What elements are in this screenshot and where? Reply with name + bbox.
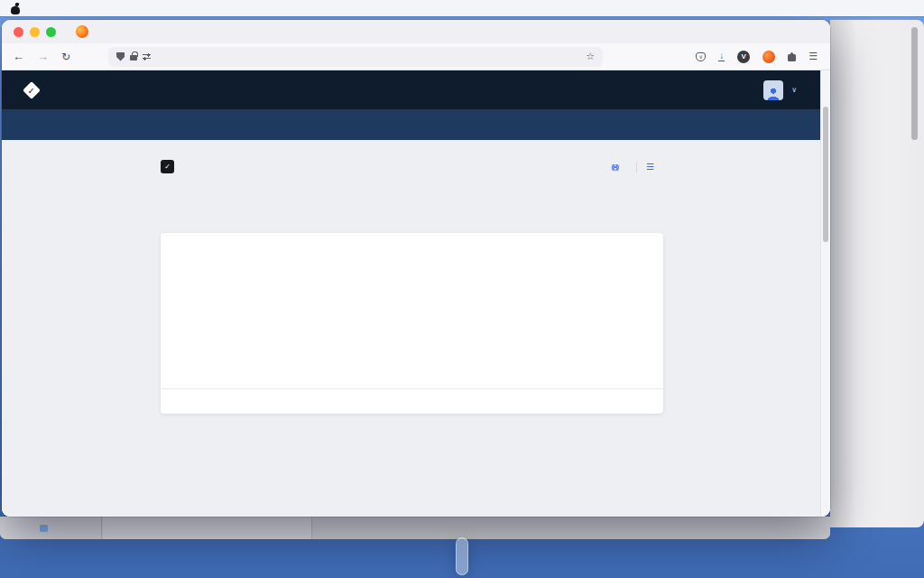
poll-meta-bar (161, 388, 663, 414)
site-subnav (2, 109, 820, 140)
site-permissions-icon[interactable] (143, 53, 151, 61)
back-button[interactable]: ← (13, 50, 24, 63)
reload-button[interactable]: ↻ (61, 51, 70, 63)
civey-page: ∨ ✓ ((•)) ☰ (2, 70, 820, 517)
civey-logo-icon (23, 81, 41, 99)
civey-attribution-icon: ✓ (161, 160, 174, 173)
account-chevron-down-icon[interactable]: ∨ (791, 86, 797, 94)
page-scrollbar-thumb[interactable] (823, 107, 828, 242)
insights-icon: ☰ (646, 162, 654, 172)
browser-viewport: ∨ ✓ ((•)) ☰ (2, 70, 830, 517)
extension-orange-icon[interactable] (762, 51, 775, 63)
mail-list-row[interactable] (103, 517, 312, 539)
poll-view-actions: ((•)) ☰ (611, 162, 663, 172)
url-bar[interactable]: ☆ (108, 47, 603, 67)
site-header: ∨ (2, 70, 820, 109)
background-window-scrollbar[interactable] (911, 27, 918, 140)
tab-bar (2, 20, 830, 43)
window-controls (14, 27, 56, 37)
mail-folder-icon (40, 525, 48, 532)
page-scrollbar[interactable] (820, 70, 830, 517)
extension-v-icon[interactable] (737, 51, 750, 63)
minimize-window-button[interactable] (30, 27, 40, 37)
tracking-protection-shield-icon[interactable] (116, 52, 125, 61)
bookmark-star-icon[interactable]: ☆ (586, 51, 595, 62)
background-mail-window (0, 517, 830, 539)
extensions-puzzle-icon[interactable] (788, 54, 796, 61)
firefox-window: ← → ↻ ☆ ∨ ↓ ☰ (2, 20, 830, 517)
apple-menu-icon[interactable] (11, 3, 21, 14)
background-window-right-pane (830, 20, 924, 527)
firefox-view-icon[interactable] (76, 25, 88, 38)
mail-preview-pane (313, 517, 830, 539)
mail-sidebar (0, 517, 102, 539)
toolbar-actions: ∨ ↓ ☰ (696, 51, 818, 63)
poll-attribution: ✓ ((•)) ☰ (161, 160, 663, 173)
avatar[interactable] (763, 80, 783, 100)
close-window-button[interactable] (14, 27, 23, 37)
divider (636, 162, 637, 172)
live-icon: ((•)) (611, 163, 618, 171)
civey-logo[interactable] (25, 84, 47, 97)
results-card (161, 233, 663, 414)
menubar-menus (11, 3, 50, 14)
macos-menubar (0, 0, 924, 16)
avatar-person-icon (767, 88, 780, 100)
pocket-icon[interactable]: ∨ (696, 52, 706, 61)
forward-button[interactable]: → (37, 50, 49, 63)
account-area: ∨ (763, 80, 797, 100)
downloads-icon[interactable]: ↓ (718, 51, 725, 61)
navigation-toolbar: ← → ↻ ☆ ∨ ↓ ☰ (2, 43, 830, 70)
https-lock-icon[interactable] (130, 55, 137, 61)
app-menu-icon[interactable]: ☰ (808, 51, 818, 62)
maximize-window-button[interactable] (46, 27, 56, 37)
macos-dock (456, 537, 468, 575)
